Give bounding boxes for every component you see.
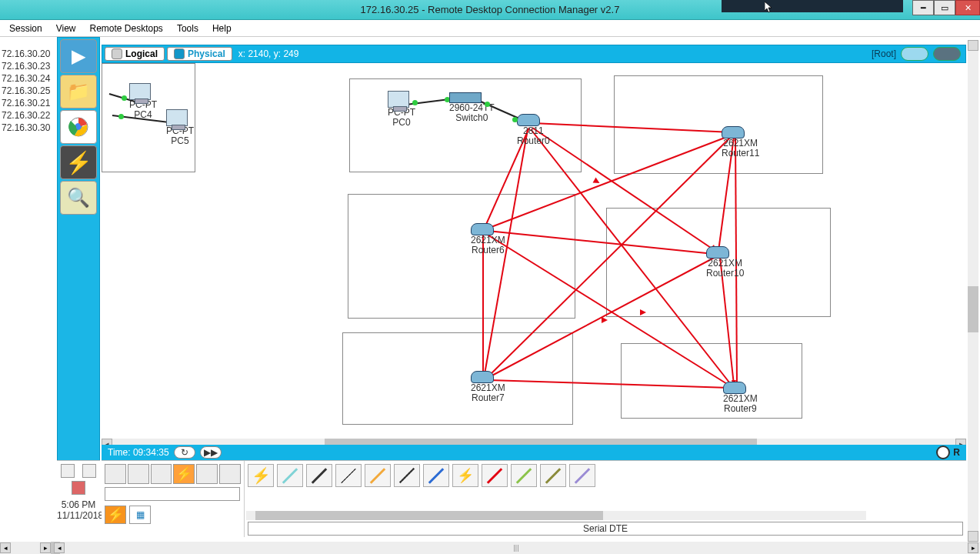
vscroll-thumb[interactable]	[968, 286, 978, 332]
device-pc5[interactable]: PC-PT PC5	[166, 109, 194, 145]
router-icon	[517, 114, 540, 126]
ip-item[interactable]: 72.16.30.25	[0, 85, 52, 97]
cable-fiber[interactable]	[365, 464, 391, 487]
cluster-box[interactable]	[348, 194, 575, 319]
ip-item[interactable]: 72.16.30.23	[0, 60, 52, 72]
cluster-box[interactable]	[342, 332, 573, 425]
minimize-button[interactable]: ━	[912, 0, 934, 15]
category-components[interactable]	[151, 464, 172, 484]
scroll-down-arrow[interactable]	[968, 531, 978, 542]
menu-tools[interactable]: Tools	[171, 22, 205, 35]
scroll-left-arrow[interactable]: ◂	[54, 542, 65, 553]
svg-marker-28	[593, 178, 602, 186]
maximize-button[interactable]: ▭	[934, 0, 955, 15]
environment-button[interactable]	[933, 47, 961, 61]
category-multiuser[interactable]	[219, 464, 241, 484]
cursor-icon	[765, 2, 774, 14]
tray-icon[interactable]	[61, 464, 75, 478]
cable-scrollbar[interactable]	[246, 511, 866, 520]
cable-octal[interactable]	[511, 464, 537, 487]
realtime-icon[interactable]	[936, 446, 950, 459]
device-label: 2621XM	[471, 235, 505, 245]
scroll-left-arrow[interactable]: ◂	[0, 542, 11, 553]
ip-item[interactable]: 72.16.30.30	[0, 122, 52, 134]
launcher-packettracer-icon[interactable]: 🔍	[60, 181, 97, 215]
dark-strip	[722, 0, 903, 12]
fast-forward-button[interactable]: ▶▶	[200, 446, 222, 459]
pc-icon	[388, 91, 409, 108]
device-switch0[interactable]: 2960-24TT Switch0	[449, 92, 495, 122]
scroll-right-arrow[interactable]: ▸	[968, 542, 978, 553]
close-button[interactable]: ✕	[955, 0, 980, 15]
physical-tab[interactable]: Physical	[167, 47, 232, 61]
router-icon	[722, 126, 745, 138]
tray-icon[interactable]	[82, 464, 96, 478]
router-icon	[706, 246, 729, 259]
device-label: 2811	[517, 126, 550, 136]
subcategory-connections[interactable]: ⚡	[105, 506, 126, 524]
launcher-sublime-icon[interactable]: ⚡	[60, 145, 97, 179]
device-router6[interactable]: 2621XM Router6	[471, 223, 505, 255]
simulation-timebar: Time: 09:34:35 ↻ ▶▶ R	[102, 445, 966, 460]
root-label[interactable]: [Root]	[872, 48, 896, 59]
ip-item[interactable]: 72.16.30.22	[0, 109, 52, 122]
system-tray-area: 5:06 PM 11/11/2018	[57, 460, 100, 537]
device-label: PC0	[388, 118, 415, 128]
nav-back-button[interactable]	[901, 47, 928, 61]
device-category-panel: ⚡ ⚡ ▦	[102, 461, 245, 537]
device-router9[interactable]: 2621XM Router9	[723, 382, 758, 413]
device-label: 2621XM	[722, 138, 759, 149]
ip-item[interactable]: 72.16.30.20	[0, 48, 52, 60]
cluster-box[interactable]	[614, 75, 823, 174]
pc-icon	[129, 83, 151, 100]
menu-view[interactable]: View	[50, 22, 82, 35]
realtime-label: R	[953, 447, 960, 458]
logical-tab[interactable]: Logical	[105, 47, 165, 61]
cable-auto[interactable]: ⚡	[248, 464, 274, 487]
device-name-field[interactable]	[105, 487, 240, 501]
menu-session[interactable]: Session	[3, 22, 48, 35]
device-router0[interactable]: 2811 Router0	[517, 114, 550, 145]
device-label: 2621XM	[471, 383, 505, 393]
cable-phone[interactable]	[394, 464, 420, 487]
device-pc0[interactable]: PC-PT PC0	[388, 91, 415, 127]
device-router7[interactable]: 2621XM Router7	[471, 371, 505, 402]
cable-iot[interactable]	[540, 464, 566, 487]
subcategory-grid[interactable]: ▦	[129, 506, 151, 524]
topology-canvas[interactable]: PC-PT PC4 PC-PT PC5 PC-PT PC0 2960-24TT …	[102, 63, 966, 449]
category-network-devices[interactable]	[105, 464, 126, 484]
scroll-up-arrow[interactable]	[968, 40, 978, 51]
cable-usb[interactable]	[569, 464, 595, 487]
tray-icon[interactable]	[72, 481, 85, 495]
category-end-devices[interactable]	[128, 464, 149, 484]
cable-serial-dce[interactable]: ⚡	[452, 464, 478, 487]
cable-scroll-thumb[interactable]	[255, 511, 603, 520]
cable-copper-cross[interactable]	[335, 464, 362, 487]
category-misc[interactable]	[196, 464, 218, 484]
scroll-right-arrow[interactable]: ▸	[40, 542, 51, 553]
ip-item[interactable]: 72.16.30.24	[0, 72, 52, 85]
cluster-box[interactable]	[621, 343, 802, 419]
workspace-vscrollbar[interactable]	[968, 40, 978, 542]
launcher-explorer-icon[interactable]: ▶	[60, 39, 97, 73]
svg-marker-30	[602, 317, 608, 323]
window-hscrollbar[interactable]: ◂ ▸ ◂ ||| ▸	[0, 542, 980, 554]
cable-serial-dte[interactable]	[482, 464, 508, 487]
category-connections[interactable]: ⚡	[173, 464, 195, 484]
cable-coaxial[interactable]	[423, 464, 449, 487]
window-title: 172.16.30.25 - Remote Desktop Connection…	[361, 4, 620, 15]
cable-copper-straight[interactable]	[306, 464, 332, 487]
launcher-chrome-icon[interactable]	[60, 110, 97, 144]
device-label: 2621XM	[706, 259, 744, 269]
device-pc4[interactable]: PC-PT PC4	[129, 83, 157, 119]
cable-console[interactable]	[277, 464, 303, 487]
menu-remote-desktops[interactable]: Remote Desktops	[84, 22, 169, 35]
device-router10[interactable]: 2621XM Router10	[706, 246, 744, 278]
ip-item[interactable]: 72.16.30.21	[0, 97, 52, 109]
device-router11[interactable]: 2621XM Router11	[722, 126, 759, 158]
reset-time-button[interactable]: ↻	[174, 446, 195, 459]
menu-help[interactable]: Help	[206, 22, 238, 35]
device-label: Router9	[723, 404, 758, 414]
device-label: Router10	[706, 269, 744, 279]
launcher-folder-icon[interactable]: 📁	[60, 75, 97, 108]
